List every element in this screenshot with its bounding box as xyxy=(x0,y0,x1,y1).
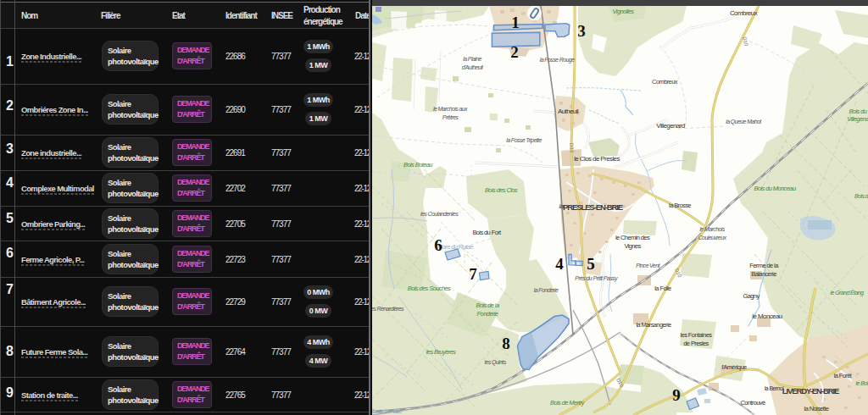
svg-text:la Fosse Rouge: la Fosse Rouge xyxy=(540,57,575,64)
svg-text:4: 4 xyxy=(555,255,564,273)
svg-text:la Plaine: la Plaine xyxy=(463,56,481,62)
svg-text:Ru de la Petite: Ru de la Petite xyxy=(372,408,402,414)
svg-text:Vignes: Vignes xyxy=(624,242,641,250)
svg-text:1: 1 xyxy=(511,14,520,31)
svg-text:3: 3 xyxy=(577,22,586,40)
svg-text:Combreux: Combreux xyxy=(652,78,678,86)
svg-text:8: 8 xyxy=(502,335,510,352)
svg-text:l'Amérique: l'Amérique xyxy=(721,363,747,371)
svg-text:Bois de la: Bois de la xyxy=(476,302,499,309)
svg-text:la Forêt: la Forêt xyxy=(834,372,853,379)
svg-text:le Bois: le Bois xyxy=(856,380,868,386)
svg-text:la Folie: la Folie xyxy=(654,285,671,292)
svg-text:Prêtres: Prêtres xyxy=(442,114,459,120)
svg-text:Combreux: Combreux xyxy=(730,9,758,17)
svg-text:le Marchois aux: le Marchois aux xyxy=(433,106,468,112)
svg-text:les Coulandenies: les Coulandenies xyxy=(420,211,459,217)
svg-text:les Quints: les Quints xyxy=(484,359,506,366)
svg-text:la Bernoi: la Bernoi xyxy=(765,385,784,391)
svg-text:les Renardières: les Renardières xyxy=(372,306,404,312)
svg-text:Bois des Clos: Bois des Clos xyxy=(485,186,518,194)
svg-text:Bois Boteau: Bois Boteau xyxy=(403,161,433,169)
svg-text:D33: D33 xyxy=(569,143,575,153)
svg-text:la Queue Mahot: la Queue Mahot xyxy=(726,119,762,125)
svg-text:7: 7 xyxy=(469,265,477,283)
svg-text:de Presles: de Presles xyxy=(683,340,709,347)
svg-text:PRESLES-EN-BRIE: PRESLES-EN-BRIE xyxy=(563,202,623,212)
svg-text:9: 9 xyxy=(672,386,681,404)
svg-text:Couleuvreux: Couleuvreux xyxy=(698,235,727,241)
svg-text:Bois d: Bois d xyxy=(854,193,868,199)
svg-text:la Fosse Tripette: la Fosse Tripette xyxy=(506,137,542,144)
svg-text:la Noisette: la Noisette xyxy=(804,405,829,412)
svg-text:Mare du Rutae: Mare du Rutae xyxy=(437,243,473,251)
svg-text:2: 2 xyxy=(510,43,519,61)
svg-text:Bois de Mertry: Bois de Mertry xyxy=(550,399,586,407)
svg-text:d'Autheuil: d'Autheuil xyxy=(462,64,484,70)
svg-text:Villegenard: Villegenard xyxy=(656,122,684,130)
svg-text:les Fontaines: les Fontaines xyxy=(681,331,713,339)
svg-text:Bois du Monceau: Bois du Monceau xyxy=(754,185,797,192)
svg-text:Bois des Souches: Bois des Souches xyxy=(408,285,451,292)
svg-text:le Clos de Presles: le Clos de Presles xyxy=(574,155,620,163)
svg-text:Balancerie: Balancerie xyxy=(751,270,776,278)
svg-text:Pince Vent: Pince Vent xyxy=(636,263,660,268)
svg-text:la Brosse: la Brosse xyxy=(669,202,691,209)
svg-text:Ferme de la: Ferme de la xyxy=(749,262,779,269)
svg-text:Près du Petit Passy: Près du Petit Passy xyxy=(575,275,618,282)
svg-text:Autheuil: Autheuil xyxy=(558,108,579,115)
svg-text:la Marsangerie: la Marsangerie xyxy=(636,321,671,329)
svg-text:Villegena: Villegena xyxy=(847,115,868,123)
svg-text:5: 5 xyxy=(587,255,595,273)
svg-text:le Marchois: le Marchois xyxy=(699,226,725,232)
svg-text:Gagny: Gagny xyxy=(743,292,760,300)
svg-text:Controuvé: Controuvé xyxy=(740,399,765,407)
svg-text:le Monceau: le Monceau xyxy=(752,313,782,320)
svg-text:les Bruyères: les Bruyères xyxy=(426,348,456,356)
svg-text:Fonderie: Fonderie xyxy=(477,310,498,318)
svg-text:6: 6 xyxy=(434,236,442,254)
svg-text:LIVERDY-EN-BRIE: LIVERDY-EN-BRIE xyxy=(782,386,839,396)
svg-text:la Fonderie: la Fonderie xyxy=(534,287,559,293)
svg-text:le Chemin des: le Chemin des xyxy=(615,234,650,241)
svg-text:Vignolles: Vignolles xyxy=(613,8,635,15)
svg-text:Bois du Fort: Bois du Fort xyxy=(472,229,502,236)
svg-text:le Grand Étang: le Grand Étang xyxy=(831,289,864,296)
svg-text:Bois du: Bois du xyxy=(849,108,868,115)
